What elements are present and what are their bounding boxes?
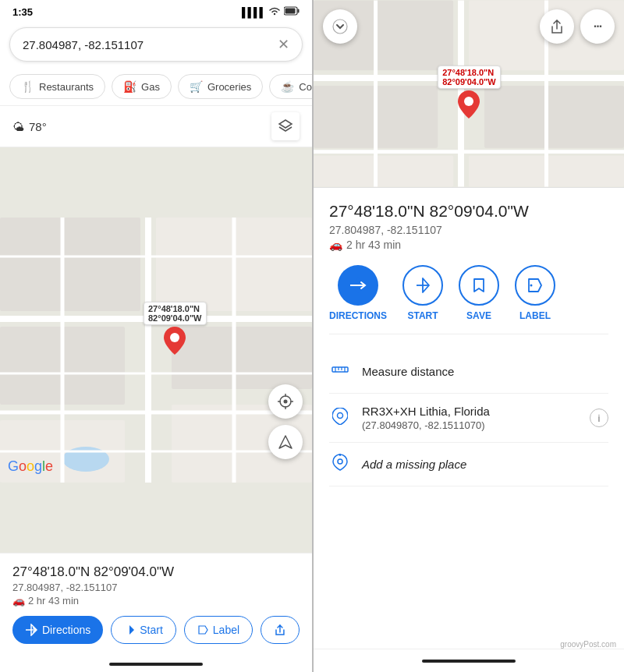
bottom-subtitle: 27.804987, -82.151107 [12, 582, 300, 593]
save-icon-label: SAVE [466, 310, 491, 321]
pin-icon [164, 327, 186, 355]
category-label: Gas [141, 81, 160, 93]
category-label: Restaurants [39, 81, 94, 93]
directions-label: Directions [42, 624, 90, 636]
category-chip-coffee[interactable]: ☕ Coffe [269, 74, 312, 99]
start-icon-label: START [407, 310, 438, 321]
right-pin-label: 27°48'18.0"N 82°09'04.0"W [438, 65, 501, 89]
svg-rect-53 [332, 367, 348, 372]
right-map[interactable]: ··· 27°48'18.0"N 82°09'04.0"W [314, 0, 624, 187]
start-button[interactable]: Start [111, 616, 176, 644]
collapse-button[interactable] [323, 9, 357, 44]
measure-icon [329, 361, 351, 382]
info-decimal: 27.804987, -82.151107 [329, 224, 608, 236]
gas-icon: ⛽ [123, 80, 136, 93]
plus-code-coords: (27.8049870, -82.1511070) [362, 419, 579, 431]
directions-action[interactable]: DIRECTIONS [329, 265, 387, 321]
svg-point-21 [170, 333, 179, 342]
search-bar: 27.804987, -82.151107 ✕ [0, 21, 312, 68]
info-icon[interactable]: i [590, 409, 608, 427]
layers-button[interactable] [271, 112, 300, 140]
add-place-title: Add a missing place [362, 458, 608, 471]
location-pin-icon [329, 408, 351, 429]
start-action[interactable]: START [402, 265, 443, 321]
directions-icon-label: DIRECTIONS [329, 310, 387, 321]
category-chip-groceries[interactable]: 🛒 Groceries [178, 74, 263, 99]
right-home-indicator [314, 649, 624, 672]
svg-marker-4 [279, 120, 292, 128]
directions-button[interactable]: Directions [12, 616, 103, 644]
svg-point-58 [338, 412, 343, 418]
more-options-button[interactable]: ··· [580, 9, 615, 44]
right-pin-icon [458, 90, 480, 118]
right-map-controls: ··· [323, 9, 615, 44]
locate-button[interactable] [268, 384, 303, 419]
status-time: 1:35 [12, 6, 33, 18]
category-chip-restaurants[interactable]: 🍴 Restaurants [9, 74, 105, 99]
category-bar: 🍴 Restaurants ⛽ Gas 🛒 Groceries ☕ Coffe [0, 68, 312, 106]
label-button[interactable]: Label [184, 616, 253, 644]
svg-point-47 [464, 97, 473, 106]
svg-point-59 [338, 459, 342, 464]
clear-icon[interactable]: ✕ [278, 36, 289, 53]
plus-code-text: RR3X+XH Lithia, Florida (27.8049870, -82… [362, 405, 579, 431]
measure-distance-row[interactable]: Measure distance [329, 350, 608, 394]
svg-point-46 [333, 19, 347, 34]
right-panel: ··· 27°48'18.0"N 82°09'04.0"W 27°48'18.0… [312, 0, 624, 672]
bottom-panel-left: 27°48'18.0"N 82°09'04.0"W 27.804987, -82… [0, 553, 312, 656]
search-input-box[interactable]: 27.804987, -82.151107 ✕ [9, 27, 303, 62]
svg-point-0 [274, 13, 275, 15]
save-icon-circle [459, 265, 499, 306]
right-info: 27°48'18.0"N 82°09'04.0"W 27.804987, -82… [314, 187, 624, 649]
home-bar [109, 663, 203, 666]
coffee-icon: ☕ [281, 80, 294, 93]
action-icons-row: DIRECTIONS START SAVE LABE [329, 265, 608, 334]
share-icon-button[interactable] [540, 9, 574, 44]
status-bar: 1:35 ▌▌▌▌ [0, 0, 312, 21]
search-query: 27.804987, -82.151107 [23, 38, 144, 51]
map-controls [268, 384, 303, 459]
info-coord-title: 27°48'18.0"N 82°09'04.0"W [329, 202, 608, 221]
left-panel: 1:35 ▌▌▌▌ 27.804987, -82.151107 ✕ 🍴 Rest… [0, 0, 312, 672]
map-pin: 27°48'18.0"N 82°09'04.0"W [144, 302, 207, 355]
label-icon-circle [515, 265, 555, 306]
label-action[interactable]: LABEL [515, 265, 555, 321]
share-button[interactable] [261, 616, 300, 644]
bottom-drive-time: 🚗 2 hr 43 min [12, 595, 300, 607]
measure-title: Measure distance [362, 365, 608, 378]
weather-icon: 🌤 [12, 120, 24, 133]
add-place-icon [329, 454, 351, 475]
measure-text: Measure distance [362, 365, 608, 378]
car-icon: 🚗 [12, 595, 25, 607]
svg-point-52 [530, 285, 533, 287]
category-chip-gas[interactable]: ⛽ Gas [112, 74, 172, 99]
svg-marker-28 [279, 436, 292, 448]
right-home-bar [422, 660, 516, 663]
pin-label-line1: 27°48'18.0"N 82°09'04.0"W [144, 302, 207, 325]
plus-code-row[interactable]: RR3X+XH Lithia, Florida (27.8049870, -82… [329, 394, 608, 443]
signal-icon: ▌▌▌▌ [242, 7, 265, 18]
info-drive-time: 🚗 2 hr 43 min [329, 239, 608, 251]
add-place-text: Add a missing place [362, 458, 608, 471]
groovypost-credit: groovyPost.com [560, 640, 616, 649]
bottom-coord-title: 27°48'18.0"N 82°09'04.0"W [12, 564, 300, 580]
add-missing-place-row[interactable]: Add a missing place [329, 443, 608, 486]
groceries-icon: 🛒 [190, 80, 203, 93]
restaurant-icon: 🍴 [21, 80, 34, 93]
home-indicator-left [0, 656, 312, 672]
navigation-button[interactable] [268, 425, 303, 459]
battery-icon [284, 6, 300, 18]
map-area[interactable]: 27°48'18.0"N 82°09'04.0"W Google [0, 147, 312, 553]
start-label: Start [140, 624, 163, 636]
category-label: Groceries [207, 81, 251, 93]
weather-info: 🌤 78° [12, 120, 47, 133]
svg-rect-2 [298, 9, 300, 13]
svg-rect-38 [484, 86, 624, 148]
svg-rect-39 [314, 156, 453, 187]
save-action[interactable]: SAVE [459, 265, 499, 321]
svg-rect-6 [0, 218, 140, 311]
category-label: Coffe [299, 81, 312, 93]
bottom-actions: Directions Start Label [12, 607, 300, 656]
google-logo: Google [8, 458, 53, 475]
svg-rect-3 [285, 9, 296, 14]
